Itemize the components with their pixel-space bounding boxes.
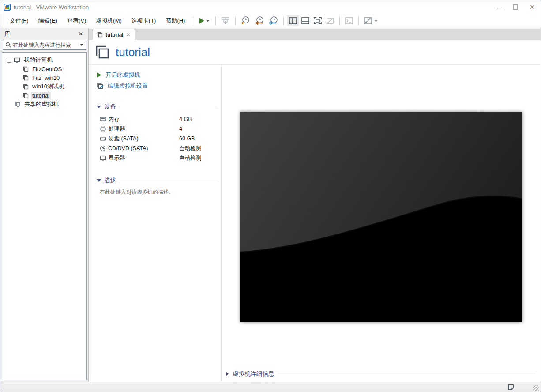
device-value: 自动检测 <box>179 155 201 162</box>
tree-item-label: tutorial <box>31 92 51 99</box>
library-sidebar: 库 ✕ <box>0 28 89 382</box>
device-row-cddvd[interactable]: CD/DVD (SATA) 自动检测 <box>100 143 218 153</box>
devices-section-header[interactable]: 设备 <box>97 103 218 111</box>
tree-item-label: 我的计算机 <box>23 56 54 64</box>
tab-strip: tutorial ✕ <box>89 28 541 40</box>
manage-snapshots-button[interactable] <box>266 15 280 26</box>
description-placeholder[interactable]: 在此处键入对该虚拟机的描述。 <box>100 188 218 196</box>
manage-snapshots-icon <box>268 16 278 26</box>
tree-item-label: win10测试机 <box>31 82 66 91</box>
edit-vm-settings-link[interactable]: 编辑虚拟机设置 <box>97 80 218 91</box>
edit-settings-icon <box>97 83 104 90</box>
revert-snapshot-icon <box>254 16 264 26</box>
vm-preview-panel: 虚拟机详细信息 <box>221 65 541 382</box>
device-name: 硬盘 (SATA) <box>109 135 139 143</box>
device-name: 显示器 <box>109 155 125 162</box>
device-value: 4 <box>179 126 182 132</box>
devices-section-title: 设备 <box>104 103 116 111</box>
device-row-display[interactable]: 显示器 自动检测 <box>100 153 218 163</box>
device-row-harddisk[interactable]: 硬盘 (SATA) 60 GB <box>100 134 218 143</box>
search-dropdown-caret-icon[interactable] <box>80 44 83 46</box>
tree-item-my-computer[interactable]: 我的计算机 <box>2 56 86 64</box>
tree-item-vm[interactable]: FitzCentOS <box>2 64 86 73</box>
tree-item-shared-vms[interactable]: 共享的虚拟机 <box>2 100 86 109</box>
collapse-icon[interactable] <box>7 58 11 63</box>
resize-grip[interactable] <box>533 385 539 391</box>
toolbar-separator <box>358 16 359 25</box>
tree-item-label: 共享的虚拟机 <box>23 100 60 109</box>
menu-vm[interactable]: 虚拟机(M) <box>91 14 127 28</box>
tree-item-vm[interactable]: Fitz_win10 <box>2 73 86 82</box>
toolbar-separator <box>235 16 236 25</box>
toolbar-separator <box>283 16 284 25</box>
power-on-play-icon <box>199 18 204 24</box>
menu-toolbar: 文件(F) 编辑(E) 查看(V) 虚拟机(M) 选项卡(T) 帮助(H) <box>0 14 541 28</box>
tree-item-vm-selected[interactable]: tutorial <box>2 91 86 100</box>
toolbar-separator <box>339 16 340 25</box>
search-input[interactable] <box>13 42 80 48</box>
vm-icon <box>23 93 29 98</box>
chevron-down-icon <box>97 106 101 108</box>
vm-screen-thumbnail[interactable] <box>240 112 522 322</box>
device-row-processor[interactable]: 处理器 4 <box>100 124 218 134</box>
console-view-icon <box>301 17 310 25</box>
edit-vm-settings-label: 编辑虚拟机设置 <box>108 82 148 90</box>
take-snapshot-button[interactable] <box>239 15 252 26</box>
notes-icon[interactable] <box>507 384 515 391</box>
tab-close-icon[interactable]: ✕ <box>126 32 131 38</box>
show-library-button[interactable] <box>287 15 299 26</box>
close-button[interactable]: ✕ <box>524 0 541 14</box>
menu-view[interactable]: 查看(V) <box>62 14 91 28</box>
search-icon <box>5 42 11 48</box>
library-search-box[interactable] <box>3 40 86 50</box>
power-on-caret-icon <box>206 20 210 22</box>
device-name: 处理器 <box>109 125 125 133</box>
send-ctrl-alt-del-button[interactable] <box>219 15 232 26</box>
computer-icon <box>14 57 20 63</box>
cpu-icon <box>100 126 106 132</box>
device-row-memory[interactable]: 内存 4 GB <box>100 114 218 124</box>
ctrl-alt-del-icon <box>221 16 230 25</box>
tree-item-label: Fitz_win10 <box>31 74 61 82</box>
show-library-icon <box>289 17 297 25</box>
menu-help[interactable]: 帮助(H) <box>161 14 190 28</box>
tree-item-vm[interactable]: win10测试机 <box>2 82 86 91</box>
toolbar-separator <box>215 16 216 25</box>
maximize-button[interactable] <box>507 0 524 14</box>
unity-mode-icon <box>326 17 334 25</box>
menu-edit[interactable]: 编辑(E) <box>34 14 62 28</box>
menu-file[interactable]: 文件(F) <box>5 14 34 28</box>
free-stretch-icon <box>364 17 372 25</box>
play-icon <box>97 72 101 78</box>
open-terminal-button[interactable] <box>343 15 355 26</box>
minimize-button[interactable]: — <box>490 0 507 14</box>
display-icon <box>100 155 106 161</box>
take-snapshot-icon <box>240 16 250 26</box>
maximize-icon <box>513 4 518 10</box>
vm-header: tutorial <box>89 40 541 65</box>
power-on-button[interactable] <box>197 15 211 26</box>
full-screen-button[interactable] <box>312 15 324 26</box>
section-divider <box>119 181 218 181</box>
revert-snapshot-button[interactable] <box>252 15 266 26</box>
vm-details-toggle[interactable]: 虚拟机详细信息 <box>226 370 535 378</box>
menu-tabs[interactable]: 选项卡(T) <box>127 14 161 28</box>
status-bar <box>0 382 541 392</box>
unity-mode-button[interactable] <box>324 15 336 26</box>
free-stretch-caret-icon <box>374 20 378 22</box>
section-divider <box>119 107 218 107</box>
disk-icon <box>100 136 106 142</box>
title-bar: tutorial - VMware Workstation — ✕ <box>0 0 541 14</box>
power-on-vm-label: 开启此虚拟机 <box>105 71 140 79</box>
terminal-icon <box>345 17 353 25</box>
show-console-button[interactable] <box>299 15 312 26</box>
description-section-header[interactable]: 描述 <box>97 177 218 185</box>
toolbar-separator <box>193 16 193 25</box>
vm-icon <box>23 84 29 90</box>
power-on-vm-link[interactable]: 开启此虚拟机 <box>97 69 218 80</box>
memory-icon <box>100 117 106 122</box>
vmware-workstation-window: tutorial - VMware Workstation — ✕ 文件(F) … <box>0 0 541 392</box>
tab-tutorial[interactable]: tutorial ✕ <box>93 29 135 40</box>
free-stretch-button[interactable] <box>362 15 379 26</box>
library-close-icon[interactable]: ✕ <box>77 31 84 37</box>
